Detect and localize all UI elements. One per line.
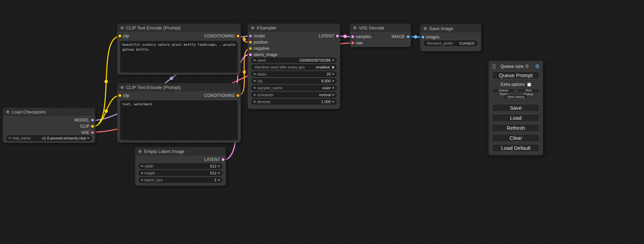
input-port-model[interactable]	[249, 34, 252, 38]
view-history-button[interactable]: View History	[504, 94, 528, 99]
widget-steps[interactable]: ◀ steps 20 ▶	[251, 71, 337, 77]
prev-value-icon[interactable]: ◀	[139, 164, 144, 169]
output-port-model[interactable]	[91, 118, 94, 122]
prompt-textarea[interactable]: beautiful scenery nature glass bottle la…	[120, 41, 238, 73]
node-header[interactable]: Empty Latent Image	[135, 147, 226, 155]
next-value-icon[interactable]: ▶	[331, 58, 336, 63]
load-default-button[interactable]: Load Default	[492, 144, 540, 152]
wire-midpoint-dot[interactable]	[343, 35, 347, 38]
view-queue-button[interactable]: View Queue	[517, 88, 540, 93]
queue-panel[interactable]: Queue size: 0 ⚙ Queue Prompt Extra optio…	[488, 61, 543, 155]
collapse-toggle-icon[interactable]	[6, 110, 9, 114]
widget-label: width	[144, 164, 153, 168]
input-port-vae[interactable]	[351, 41, 354, 45]
widget-batch-size[interactable]: ◀ batch_size 1 ▶	[139, 177, 222, 183]
next-value-icon[interactable]: ▶	[331, 99, 336, 104]
node-empty-latent-image[interactable]: Empty Latent Image LATENT ◀ width 512 ▶ …	[135, 147, 226, 186]
next-value-icon[interactable]: ▶	[217, 164, 222, 169]
widget-denoise[interactable]: ◀ denoise 1.000 ▶	[251, 99, 337, 105]
input-port-latent-image[interactable]	[249, 53, 252, 56]
save-button[interactable]: Save	[492, 104, 540, 112]
input-port-images[interactable]	[421, 35, 425, 39]
output-port-vae[interactable]	[91, 131, 94, 134]
input-port-clip[interactable]	[118, 34, 122, 38]
wire-midpoint-dot[interactable]	[242, 70, 246, 74]
input-port-samples[interactable]	[351, 35, 354, 38]
prev-value-icon[interactable]: ◀	[139, 171, 144, 175]
prev-value-icon[interactable]: ◀	[252, 99, 257, 104]
widget-value: 156680208700286	[299, 58, 331, 62]
settings-gear-icon[interactable]: ⚙	[535, 64, 540, 69]
output-port-conditioning[interactable]	[236, 94, 240, 97]
node-header[interactable]: Save Image	[420, 24, 481, 33]
widget-filename-prefix[interactable]: filename_prefix ComfyUI	[424, 40, 478, 46]
node-save-image[interactable]: Save Image images filename_prefix ComfyU…	[420, 24, 481, 51]
next-value-icon[interactable]: ▶	[86, 136, 91, 141]
wire-midpoint-dot[interactable]	[414, 35, 417, 39]
node-title: Empty Latent Image	[144, 149, 184, 154]
collapse-toggle-icon[interactable]	[121, 86, 124, 89]
output-port-conditioning[interactable]	[236, 34, 240, 38]
node-clip-text-encode-positive[interactable]: CLIP Text Encode (Prompt) clip CONDITION…	[117, 24, 241, 75]
wire-midpoint-dot[interactable]	[242, 38, 246, 41]
input-port-positive[interactable]	[249, 40, 252, 44]
node-load-checkpoint[interactable]: Load Checkpoint MODEL CLIP VAE ◀ ckpt_na…	[3, 108, 95, 143]
wire-midpoint-dot[interactable]	[170, 76, 173, 80]
widget-sampler-name[interactable]: ◀ sampler_name euler ▶	[251, 85, 337, 91]
wire-midpoint-dot[interactable]	[105, 109, 108, 113]
node-header[interactable]: KSampler	[248, 24, 340, 32]
wire-clip[interactable]	[92, 96, 120, 127]
prev-value-icon[interactable]: ◀	[252, 92, 257, 97]
node-vae-decode[interactable]: VAE Decode samples IMAGE vae	[350, 24, 411, 47]
node-header[interactable]: VAE Decode	[350, 24, 411, 32]
extra-options-checkbox[interactable]	[527, 83, 531, 87]
input-port-negative[interactable]	[249, 47, 252, 50]
widget-cfg[interactable]: ◀ cfg 8.000 ▶	[251, 78, 337, 84]
node-header[interactable]: CLIP Text Encode (Prompt)	[117, 83, 241, 91]
output-port-image[interactable]	[406, 35, 410, 38]
collapse-toggle-icon[interactable]	[353, 26, 356, 29]
widget-scheduler[interactable]: ◀ scheduler normal ▶	[251, 92, 337, 98]
prev-value-icon[interactable]: ◀	[139, 178, 144, 182]
collapse-toggle-icon[interactable]	[139, 150, 142, 153]
next-value-icon[interactable]: ▶	[331, 92, 336, 97]
input-label-clip: clip	[123, 93, 129, 98]
node-header[interactable]: Load Checkpoint	[3, 108, 95, 116]
refresh-button[interactable]: Refresh	[492, 124, 540, 132]
widget-label: filename_prefix	[427, 41, 453, 45]
prompt-textarea[interactable]: text, watermark	[120, 100, 238, 140]
prev-value-icon[interactable]: ◀	[252, 58, 257, 63]
node-header[interactable]: CLIP Text Encode (Prompt)	[117, 24, 241, 32]
output-port-latent[interactable]	[336, 34, 339, 38]
prev-value-icon[interactable]: ◀	[252, 72, 257, 76]
widget-height[interactable]: ◀ height 512 ▶	[139, 170, 222, 176]
queue-front-button[interactable]: Queue Front	[492, 88, 515, 93]
toggle-indicator[interactable]	[332, 66, 335, 69]
node-ksampler[interactable]: KSampler model LATENT positive negative …	[248, 24, 340, 109]
prev-value-icon[interactable]: ◀	[252, 85, 257, 90]
clear-button[interactable]: Clear	[492, 134, 540, 142]
widget-ckpt-name[interactable]: ◀ ckpt_name v1-5-pruned-emaonly.ckpt ▶	[6, 135, 92, 141]
queue-prompt-button[interactable]: Queue Prompt	[492, 71, 540, 79]
node-clip-text-encode-negative[interactable]: CLIP Text Encode (Prompt) clip CONDITION…	[117, 83, 241, 143]
next-value-icon[interactable]: ▶	[331, 79, 336, 83]
widget-random-seed-toggle[interactable]: Random seed after every gen enabled	[251, 64, 337, 70]
next-value-icon[interactable]: ▶	[217, 178, 222, 182]
collapse-toggle-icon[interactable]	[251, 26, 254, 29]
next-value-icon[interactable]: ▶	[331, 72, 336, 76]
load-button[interactable]: Load	[492, 114, 540, 122]
wire-midpoint-dot[interactable]	[105, 80, 108, 83]
widget-width[interactable]: ◀ width 512 ▶	[139, 163, 222, 169]
output-port-clip[interactable]	[91, 125, 94, 128]
next-value-icon[interactable]: ▶	[331, 85, 336, 90]
next-value-icon[interactable]: ▶	[217, 171, 222, 175]
node-graph-canvas[interactable]: Load Checkpoint MODEL CLIP VAE ◀ ckpt_na…	[0, 0, 644, 244]
collapse-toggle-icon[interactable]	[121, 26, 124, 29]
prev-value-icon[interactable]: ◀	[7, 136, 12, 141]
wire-clip[interactable]	[92, 36, 120, 127]
widget-seed[interactable]: ◀ seed 156680208700286 ▶	[251, 57, 337, 63]
input-port-clip[interactable]	[118, 94, 122, 97]
prev-value-icon[interactable]: ◀	[252, 79, 257, 83]
collapse-toggle-icon[interactable]	[424, 27, 427, 30]
output-port-latent[interactable]	[221, 158, 225, 161]
